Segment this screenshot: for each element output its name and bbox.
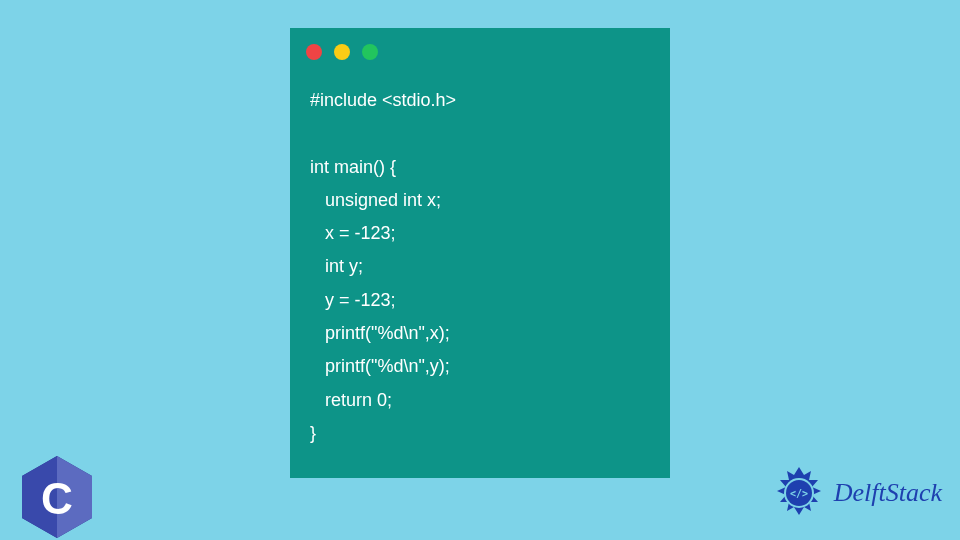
svg-text:C: C [41, 474, 73, 523]
close-icon [306, 44, 322, 60]
delftstack-brand-text: DelftStack [834, 478, 942, 508]
code-window: #include <stdio.h> int main() { unsigned… [290, 28, 670, 478]
code-line: printf("%d\n",x); [310, 323, 450, 343]
c-language-logo-icon: C [18, 454, 96, 540]
code-line: y = -123; [310, 290, 396, 310]
rosette-icon: </> [770, 464, 828, 522]
minimize-icon [334, 44, 350, 60]
code-line: int main() { [310, 157, 396, 177]
code-line: unsigned int x; [310, 190, 441, 210]
code-block: #include <stdio.h> int main() { unsigned… [310, 84, 650, 450]
code-line: printf("%d\n",y); [310, 356, 450, 376]
svg-text:</>: </> [790, 488, 808, 499]
code-line: return 0; [310, 390, 392, 410]
window-controls [306, 44, 650, 60]
code-line: #include <stdio.h> [310, 90, 456, 110]
code-line: } [310, 423, 316, 443]
code-line: int y; [310, 256, 363, 276]
delftstack-logo: </> DelftStack [770, 464, 942, 522]
maximize-icon [362, 44, 378, 60]
code-line: x = -123; [310, 223, 396, 243]
